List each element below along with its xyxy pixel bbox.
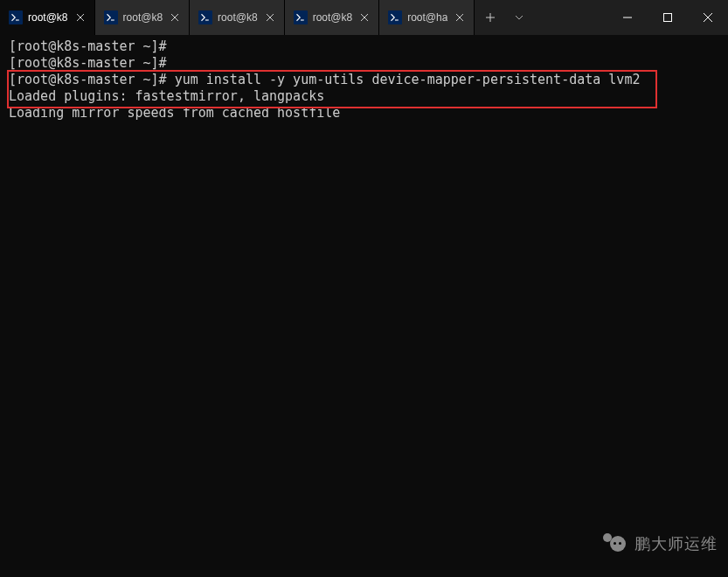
tab-label: root@k8 [123, 11, 163, 24]
title-bar: root@k8 root@k8 root@k8 [0, 0, 728, 35]
tabs-dropdown-button[interactable] [506, 0, 532, 35]
terminal-line: [root@k8s-master ~]# [9, 55, 167, 71]
terminal-line: Loaded plugins: fastestmirror, langpacks [9, 88, 324, 104]
tab-4[interactable]: root@ha [379, 0, 475, 35]
maximize-button[interactable] [648, 0, 688, 35]
tab-close-icon[interactable] [168, 10, 182, 24]
terminal-output[interactable]: [root@k8s-master ~]# [root@k8s-master ~]… [0, 35, 728, 125]
tab-close-icon[interactable] [357, 10, 371, 24]
tab-close-icon[interactable] [73, 10, 87, 24]
window-controls [607, 0, 728, 35]
tab-close-icon[interactable] [453, 10, 467, 24]
watermark: 鹏大师运维 [603, 533, 718, 554]
terminal-line: [root@k8s-master ~]# yum install -y yum-… [9, 72, 640, 87]
minimize-button[interactable] [607, 0, 648, 35]
tab-close-icon[interactable] [263, 10, 277, 24]
powershell-icon [9, 10, 23, 24]
powershell-icon [294, 10, 308, 24]
powershell-icon [198, 10, 212, 24]
terminal-line: Loading mirror speeds from cached hostfi… [9, 105, 340, 121]
new-tab-button[interactable] [475, 0, 506, 35]
tab-label: root@k8 [313, 11, 353, 24]
tab-1[interactable]: root@k8 [95, 0, 191, 35]
wechat-icon [603, 533, 627, 554]
close-window-button[interactable] [688, 0, 728, 35]
terminal-line: [root@k8s-master ~]# [9, 38, 167, 54]
tab-0[interactable]: root@k8 [0, 0, 95, 35]
tabs-container: root@k8 root@k8 root@k8 [0, 0, 532, 35]
tab-label: root@k8 [218, 11, 258, 24]
tab-2[interactable]: root@k8 [190, 0, 285, 35]
tab-label: root@k8 [28, 11, 68, 24]
tab-3[interactable]: root@k8 [285, 0, 380, 35]
powershell-icon [104, 10, 118, 24]
watermark-text: 鹏大师运维 [634, 533, 718, 554]
powershell-icon [388, 10, 402, 24]
tab-label: root@ha [407, 11, 447, 24]
svg-rect-6 [664, 14, 672, 22]
